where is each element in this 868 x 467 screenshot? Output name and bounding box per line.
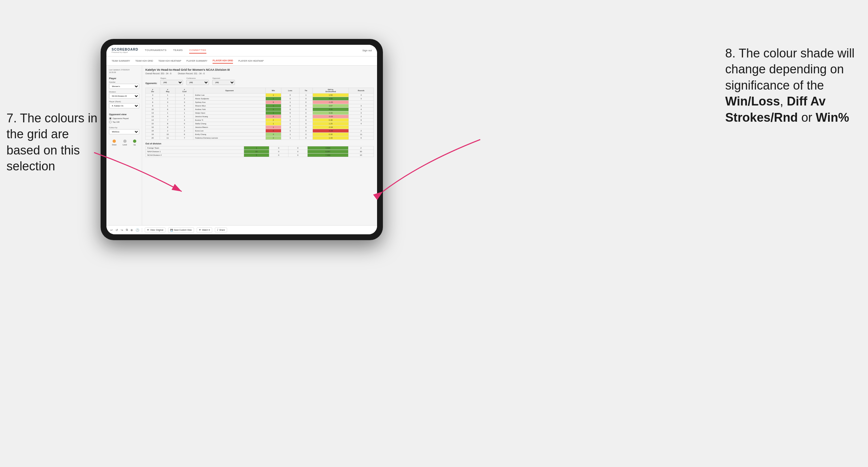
th-win: Win bbox=[266, 88, 281, 93]
nav-links: TOURNAMENTS TEAMS COMMITTEE bbox=[145, 48, 362, 54]
nav-bar: SCOREBOARD Powered by clippd TOURNAMENTS… bbox=[106, 45, 377, 57]
overall-record: Overall Record: 353 - 34 - 6 bbox=[145, 72, 171, 75]
table-row: NAIA Division 1 15 0 0 9.267 30 bbox=[146, 150, 374, 154]
tab-player-h2h-grid[interactable]: PLAYER H2H GRID bbox=[213, 58, 233, 64]
view-original-btn[interactable]: 👁 View: Original bbox=[145, 227, 165, 232]
legend-up-dot bbox=[133, 139, 136, 143]
opponents-label: Opponents: bbox=[145, 82, 157, 84]
share-btn[interactable]: ⤴ Share bbox=[215, 227, 227, 232]
th-conf: #Conf bbox=[176, 88, 193, 93]
opponent-select[interactable]: (All) bbox=[212, 80, 235, 85]
annotation-left: 7. The colours in the grid are based on … bbox=[6, 110, 101, 175]
table-row: 1341 Jessica Huang 0 1 0 -3.00 2 bbox=[146, 115, 374, 119]
forward-icon[interactable]: ↪ bbox=[121, 228, 123, 232]
tab-team-h2h-heatmap[interactable]: TEAM H2H HEATMAP bbox=[158, 58, 181, 63]
player-rank-dropdown[interactable]: 8. Katelyn Vo bbox=[109, 103, 139, 108]
table-row: 522 Alexis Sudjianto 1 0 0 4.00 3 bbox=[146, 97, 374, 101]
nav-tournaments[interactable]: TOURNAMENTS bbox=[145, 48, 166, 54]
filter-opponent-label: Opponent bbox=[212, 77, 235, 79]
colour-by-label: Colour by bbox=[109, 127, 139, 128]
th-reg: #Reg bbox=[160, 88, 176, 93]
tab-player-h2h-heatmap[interactable]: PLAYER H2H HEATMAP bbox=[238, 58, 264, 63]
tablet-screen: SCOREBOARD Powered by clippd TOURNAMENTS… bbox=[106, 45, 377, 234]
bottom-toolbar: ↩ ↺ ↪ ⧉ ⊕ 🕐 👁 View: Original 💾 Save Cust… bbox=[106, 225, 377, 234]
tab-team-summary[interactable]: TEAM SUMMARY bbox=[112, 58, 130, 63]
radio-opponents-played-dot bbox=[109, 117, 112, 120]
sign-out-link[interactable]: Sign out bbox=[363, 49, 372, 52]
radio-top100-dot bbox=[109, 121, 112, 123]
table-row: 1691 Jessica Mason 1 2 0 -0.94 bbox=[146, 126, 374, 129]
grid-title: Katelyn Vo Head-to-Head Grid for Women's… bbox=[145, 68, 374, 71]
filter-region-label: Region bbox=[160, 77, 183, 79]
nav-right: Sign out bbox=[363, 49, 372, 52]
table-row: 1474 Eunice Yi 2 2 0 0.38 9 bbox=[146, 119, 374, 122]
table-row: 1311 Heejo Hyun 1 0 0 3.33 3 bbox=[146, 111, 374, 115]
region-select[interactable]: (All) bbox=[160, 80, 183, 85]
opponent-view-title: Opponent view bbox=[109, 113, 139, 116]
nav-logo: SCOREBOARD Powered by clippd bbox=[112, 48, 138, 53]
nav-logo-sub: Powered by clippd bbox=[112, 51, 138, 53]
out-of-division-table: Foreign Team 1 0 0 4.500 2 NAIA Division… bbox=[145, 146, 374, 157]
th-div: #Div bbox=[146, 88, 160, 93]
filter-conference-label: Conference bbox=[186, 77, 209, 79]
legend-down-dot bbox=[113, 139, 116, 143]
sidebar: Last Updated: 27/03/202416:55:38 Player … bbox=[106, 66, 142, 225]
table-row: 1063 Andrea York 2 0 0 4.00 4 bbox=[146, 108, 374, 111]
copy-icon[interactable]: ⧉ bbox=[126, 228, 128, 232]
table-row: 633 Sydney Kuo 0 1 0 -1.00 bbox=[146, 101, 374, 104]
table-row: 1822 Euna Lee 0 3 0 -5.00 2 bbox=[146, 129, 374, 133]
division-record: Division Record: 331 - 34 - 6 bbox=[178, 72, 205, 75]
grid-records: Overall Record: 353 - 34 - 6 Division Re… bbox=[145, 72, 374, 75]
radio-top100[interactable]: Top 100 bbox=[109, 121, 139, 123]
division-dropdown[interactable]: NCAA Division III bbox=[109, 93, 139, 99]
radio-opponents-played[interactable]: Opponents Played bbox=[109, 117, 139, 120]
table-row: 914 Sharon Mun 1 0 0 3.67 3 bbox=[146, 104, 374, 108]
legend: Down Level Up bbox=[109, 139, 139, 146]
tablet-device: SCOREBOARD Powered by clippd TOURNAMENTS… bbox=[101, 39, 383, 240]
gender-dropdown[interactable]: Women's bbox=[109, 84, 139, 89]
th-opponent: Opponent bbox=[193, 88, 266, 93]
th-diff: Diff AvStrokes/Rnd bbox=[313, 88, 349, 93]
conference-select[interactable]: (All) bbox=[186, 80, 209, 85]
nav-teams[interactable]: TEAMS bbox=[173, 48, 183, 54]
h2h-table: #Div #Reg #Conf Opponent Win Loss Tie Di… bbox=[145, 88, 374, 140]
sidebar-player-title: Player bbox=[109, 77, 139, 80]
main-content: Last Updated: 27/03/202416:55:38 Player … bbox=[106, 66, 377, 225]
table-row: 1585 Stella Cheng 1 1 0 1.25 4 bbox=[146, 122, 374, 126]
filters-row: Opponents: Region (All) Conference (All) bbox=[145, 77, 374, 85]
nav-committee[interactable]: COMMITTEE bbox=[189, 48, 206, 54]
table-row: 20117 Federica Domecq Lacroze 2 1 0 1.33… bbox=[146, 136, 374, 140]
gender-label: Gender bbox=[109, 81, 139, 83]
filter-region: Region (All) bbox=[160, 77, 183, 85]
player-rank-label: Player (Rank) bbox=[109, 101, 139, 102]
colour-by-dropdown[interactable]: Win/loss bbox=[109, 129, 139, 134]
sub-nav: TEAM SUMMARY TEAM H2H GRID TEAM H2H HEAT… bbox=[106, 57, 377, 66]
table-row: NCAA Division 2 5 0 0 7.400 10 bbox=[146, 154, 374, 157]
undo-icon[interactable]: ↩ bbox=[110, 228, 113, 232]
redo-icon[interactable]: ↺ bbox=[116, 228, 118, 232]
sidebar-timestamp: Last Updated: 27/03/202416:55:38 bbox=[109, 69, 139, 74]
legend-level-dot bbox=[123, 139, 127, 143]
paste-icon[interactable]: ⊕ bbox=[130, 228, 133, 232]
grid-area: Katelyn Vo Head-to-Head Grid for Women's… bbox=[142, 66, 377, 225]
opponent-view-section: Opponent view Opponents Played Top 100 bbox=[109, 113, 139, 123]
colour-by-section: Colour by Win/loss bbox=[109, 127, 139, 134]
tab-player-summary[interactable]: PLAYER SUMMARY bbox=[187, 58, 208, 63]
clock-icon[interactable]: 🕐 bbox=[136, 228, 139, 232]
tab-team-h2h-grid[interactable]: TEAM H2H GRID bbox=[135, 58, 153, 63]
out-of-division-title: Out of division bbox=[145, 143, 374, 145]
watch-btn[interactable]: 👁 Watch ▾ bbox=[197, 227, 212, 233]
th-tie: Tie bbox=[299, 88, 313, 93]
legend-up: Up bbox=[133, 139, 136, 146]
table-row: 19106 Emily Chang 4 1 0 0.30 11 bbox=[146, 133, 374, 136]
division-label: Division bbox=[109, 91, 139, 93]
toolbar-divider bbox=[142, 228, 142, 232]
legend-level: Level bbox=[123, 139, 127, 146]
legend-down: Down bbox=[112, 139, 117, 146]
filter-conference: Conference (All) bbox=[186, 77, 209, 85]
table-row: Foreign Team 1 0 0 4.500 2 bbox=[146, 146, 374, 150]
th-loss: Loss bbox=[281, 88, 299, 93]
save-custom-view-btn[interactable]: 💾 Save Custom View bbox=[168, 227, 194, 233]
th-rounds: Rounds bbox=[348, 88, 373, 93]
table-row: 311 Esther Lee 1 0 1 1.50 4 bbox=[146, 93, 374, 97]
